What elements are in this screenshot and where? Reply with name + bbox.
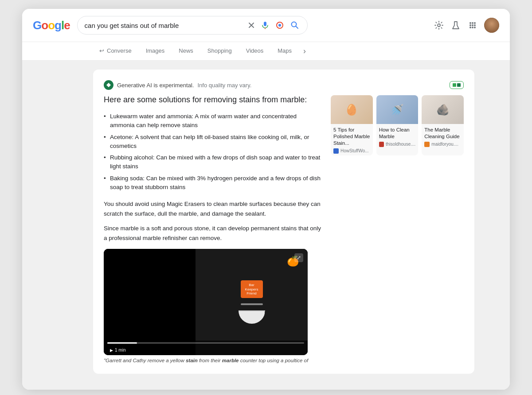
search-input[interactable]: can you get stains out of marble: [85, 22, 243, 29]
video-frame: 🍊 BarKeepersFriend ⤢: [104, 249, 308, 355]
caption-text-before: "Garrett and Cathy remove a yellow: [104, 358, 186, 363]
header-right: [434, 18, 499, 33]
list-item: Baking soda: Can be mixed with 3% hydrog…: [104, 173, 322, 194]
logo-letter-e: e: [64, 19, 70, 32]
ai-grid-button[interactable]: [450, 81, 464, 89]
ai-experimental-label: Generative AI is experimental.: [117, 82, 194, 89]
converse-icon: ↩: [99, 47, 104, 54]
labs-button[interactable]: [450, 20, 461, 31]
svg-point-8: [472, 22, 473, 24]
expand-video-button[interactable]: ⤢: [294, 253, 303, 262]
svg-point-15: [474, 27, 476, 28]
source-card-3[interactable]: 🪨 The Marble Cleaning Guide maidforyou..…: [422, 95, 464, 155]
grid-icon: [457, 83, 461, 87]
svg-point-6: [438, 24, 440, 27]
tab-converse[interactable]: ↩ Converse: [93, 43, 138, 59]
card-info-1: 5 Tips for Polished Marble Stain... HowS…: [331, 124, 373, 155]
logo-letter-g: G: [33, 19, 41, 32]
svg-point-14: [472, 27, 473, 28]
ai-content: Here are some solutions for removing sta…: [104, 95, 464, 363]
list-item: Lukewarm water and ammonia: A mix of war…: [104, 111, 322, 132]
video-duration-badge: ▶ 1 min: [107, 347, 128, 353]
caption-text-mid: from their: [198, 358, 222, 363]
card-info-2: How to Clean Marble thisoldhouse....: [376, 124, 419, 149]
video-progress-bar[interactable]: [107, 342, 304, 344]
video-content: BarKeepersFriend: [239, 280, 265, 324]
video-caption: "Garrett and Cathy remove a yellow stain…: [104, 358, 322, 363]
tab-images[interactable]: Images: [140, 43, 171, 59]
svg-point-12: [474, 24, 476, 26]
tab-videos-label: Videos: [246, 47, 264, 54]
card-image-icon-3: 🪨: [436, 104, 450, 116]
video-controls: ▶ 1 min: [104, 341, 308, 356]
product-box: BarKeepersFriend: [241, 280, 263, 298]
tab-shopping[interactable]: Shopping: [201, 43, 238, 59]
source-name-3: maidforyou....: [431, 142, 458, 147]
card-image-1: 🥚: [331, 95, 373, 124]
svg-point-9: [474, 22, 476, 24]
card-image-2: 🚿: [376, 95, 419, 124]
tab-news[interactable]: News: [172, 43, 200, 59]
list-item: Acetone: A solvent that can help lift oi…: [104, 132, 322, 152]
caption-bold-marble: marble: [222, 358, 239, 363]
settings-button[interactable]: [434, 20, 444, 31]
source-name-2: thisoldhouse....: [386, 142, 415, 147]
lens-button[interactable]: [274, 20, 285, 31]
video-duration: 1 min: [115, 348, 125, 352]
card-source-1: HowStuffWo...: [333, 148, 370, 154]
header: Google can you get stains out of marble: [22, 9, 510, 42]
google-logo[interactable]: Google: [33, 19, 70, 32]
caption-bold-stain: stain: [186, 358, 198, 363]
source-card-1[interactable]: 🥚 5 Tips for Polished Marble Stain... Ho…: [331, 95, 373, 155]
card-image-icon-1: 🥚: [345, 104, 358, 116]
source-name-1: HowStuffWo...: [340, 148, 369, 153]
card-source-3: maidforyou....: [424, 142, 461, 147]
apps-button[interactable]: [467, 20, 478, 31]
source-favicon-1: [333, 148, 339, 154]
search-submit-button[interactable]: [289, 20, 300, 31]
grid-icon: [453, 83, 456, 87]
ai-answer-box: Generative AI is experimental. Info qual…: [93, 70, 474, 374]
voice-search-button[interactable]: [260, 20, 270, 30]
more-tabs-button[interactable]: ›: [300, 42, 309, 60]
tab-maps-label: Maps: [278, 47, 292, 54]
card-info-3: The Marble Cleaning Guide maidforyou....: [422, 124, 464, 149]
source-favicon-3: [424, 142, 430, 147]
ai-solutions-list: Lukewarm water and ammonia: A mix of war…: [104, 111, 322, 193]
tab-converse-label: Converse: [107, 47, 132, 54]
tab-maps[interactable]: Maps: [271, 43, 298, 59]
ai-header: Generative AI is experimental. Info qual…: [104, 80, 464, 90]
progress-fill: [107, 342, 137, 344]
nav-tabs: ↩ Converse Images News Shopping Videos M…: [22, 42, 510, 61]
svg-point-7: [469, 22, 471, 24]
card-title-1: 5 Tips for Polished Marble Stain...: [333, 127, 370, 147]
svg-point-10: [469, 24, 471, 26]
source-card-2[interactable]: 🚿 How to Clean Marble thisoldhouse....: [376, 95, 419, 155]
ai-quality-label: Info quality may vary.: [197, 82, 251, 89]
video-container[interactable]: 🍊 BarKeepersFriend ⤢: [104, 249, 308, 355]
mixing-bowl: [239, 310, 265, 324]
tab-videos[interactable]: Videos: [240, 43, 270, 59]
avatar[interactable]: [484, 18, 499, 33]
search-icons: [247, 20, 300, 31]
search-bar[interactable]: can you get stains out of marble: [77, 16, 308, 35]
ai-title: Here are some solutions for removing sta…: [104, 95, 322, 105]
clear-button[interactable]: [247, 21, 256, 30]
card-title-2: How to Clean Marble: [379, 127, 416, 140]
browser-window: Google can you get stains out of marble: [22, 9, 510, 390]
svg-point-13: [469, 27, 471, 28]
source-favicon-2: [379, 142, 384, 147]
card-title-3: The Marble Cleaning Guide: [424, 127, 461, 140]
svg-line-5: [296, 26, 298, 28]
tab-shopping-label: Shopping: [207, 47, 232, 54]
ai-diamond-shape: [106, 83, 111, 87]
mixing-rod: [241, 303, 263, 305]
cards-row: 🥚 5 Tips for Polished Marble Stain... Ho…: [331, 95, 464, 155]
svg-point-3: [278, 24, 281, 27]
caption-text-after: counter top using a poultice of: [239, 358, 309, 363]
ai-cards: 🥚 5 Tips for Polished Marble Stain... Ho…: [331, 95, 464, 363]
svg-point-11: [472, 24, 473, 26]
avatar-image: [484, 18, 499, 33]
list-item: Rubbing alcohol: Can be mixed with a few…: [104, 152, 322, 173]
logo-letter-o2: o: [48, 19, 55, 32]
